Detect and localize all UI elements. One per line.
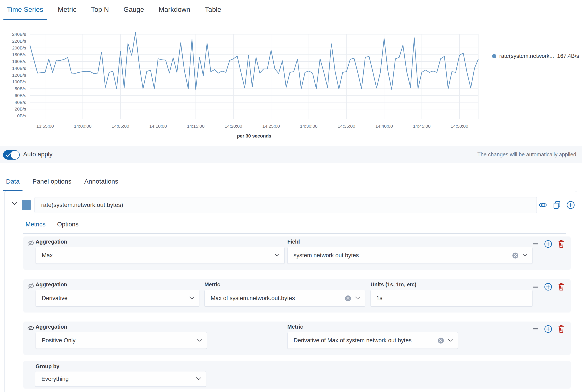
tab-markdown[interactable]: Markdown: [155, 0, 194, 20]
editor-tab-bar: Data Panel options Annotations: [0, 163, 582, 191]
group-by-select[interactable]: Everything: [35, 371, 206, 387]
tab-metrics[interactable]: Metrics: [23, 218, 48, 234]
y-axis-label: 40B/s: [15, 100, 26, 105]
x-axis-label: 14:50:00: [451, 124, 468, 128]
auto-apply-bar: Auto apply The changes will be automatic…: [0, 146, 582, 164]
tab-metric[interactable]: Metric: [55, 0, 80, 20]
eye-icon[interactable]: [27, 324, 35, 332]
copy-icon[interactable]: [553, 201, 561, 209]
metric-value: Max of system.network.out.bytes: [211, 295, 295, 302]
add-metric-icon[interactable]: [544, 283, 552, 291]
y-axis-label: 240B/s: [12, 32, 26, 37]
y-axis-label: 80B/s: [15, 86, 26, 91]
field-value: system.network.out.bytes: [294, 252, 359, 259]
metric-row-derivative: Aggregation Derivative Metric Max of sys…: [23, 279, 571, 312]
legend-series-value: 167.4B/s: [557, 53, 579, 59]
clear-field-icon[interactable]: [512, 252, 519, 259]
check-icon: [6, 153, 11, 157]
chevron-down-icon[interactable]: [11, 201, 18, 206]
add-metric-icon[interactable]: [544, 325, 552, 333]
metric-value: Derivative of Max of system.network.out.…: [294, 337, 412, 344]
drag-handle-icon[interactable]: [532, 240, 539, 248]
metric-label: Metric: [204, 282, 220, 288]
toggle-knob: [11, 150, 19, 159]
metric-label: Metric: [287, 324, 303, 330]
x-axis-label: 14:10:00: [149, 124, 167, 128]
tab-top-n[interactable]: Top N: [88, 0, 113, 20]
chevron-down-icon: [522, 254, 527, 257]
add-metric-icon[interactable]: [544, 240, 552, 248]
delete-metric-icon[interactable]: [557, 325, 565, 333]
x-axis-label: 14:25:00: [262, 124, 280, 128]
eye-icon[interactable]: [538, 201, 547, 209]
aggregation-select[interactable]: Derivative: [36, 290, 199, 306]
metric-row-max: Aggregation Max Field system.network.out…: [23, 236, 571, 270]
chevron-down-icon: [275, 254, 280, 257]
aggregation-value: Positive Only: [42, 337, 76, 344]
aggregation-label: Aggregation: [36, 324, 67, 330]
units-label: Units (1s, 1m, etc): [370, 282, 416, 288]
x-axis-label: 14:20:00: [225, 124, 242, 128]
tab-time-series[interactable]: Time Series: [4, 0, 47, 20]
group-by-label: Group by: [36, 363, 59, 370]
x-axis-label: 14:40:00: [375, 124, 393, 128]
x-axis-label: 13:55:00: [36, 124, 54, 128]
legend-item[interactable]: rate(system.network... 167.4B/s: [492, 53, 579, 59]
field-select[interactable]: system.network.out.bytes: [287, 247, 532, 264]
clear-metric-icon[interactable]: [437, 337, 444, 344]
y-axis-label: 0B/s: [17, 113, 26, 118]
x-axis-label: 14:15:00: [187, 124, 205, 128]
series-label-input[interactable]: [35, 197, 537, 213]
aggregation-select[interactable]: Positive Only: [36, 332, 207, 349]
eye-slash-icon[interactable]: [27, 240, 35, 247]
series-color-swatch[interactable]: [22, 200, 31, 210]
delete-metric-icon[interactable]: [557, 283, 565, 291]
clear-metric-icon[interactable]: [344, 295, 352, 302]
delete-metric-icon[interactable]: [557, 240, 565, 248]
x-axis-label: 14:05:00: [112, 124, 129, 128]
tab-options[interactable]: Options: [55, 218, 81, 234]
tab-data[interactable]: Data: [3, 174, 23, 191]
time-series-chart: 0B/s20B/s40B/s60B/s80B/s100B/s120B/s140B…: [0, 20, 582, 146]
auto-apply-label: Auto apply: [23, 151, 53, 158]
x-axis-label: 14:30:00: [300, 124, 318, 128]
units-input[interactable]: [370, 290, 532, 306]
aggregation-value: Max: [42, 252, 53, 259]
metric-select[interactable]: Derivative of Max of system.network.out.…: [287, 332, 458, 349]
y-axis-label: 220B/s: [12, 38, 26, 44]
aggregation-value: Derivative: [42, 295, 68, 302]
x-axis-title: per 30 seconds: [237, 133, 271, 138]
add-series-icon[interactable]: [566, 201, 575, 209]
aggregation-label: Aggregation: [36, 282, 67, 288]
y-axis-label: 160B/s: [12, 59, 26, 64]
visualization-tab-bar: Time Series Metric Top N Gauge Markdown …: [0, 0, 582, 20]
series-header: [5, 197, 577, 213]
y-axis-label: 120B/s: [12, 72, 26, 78]
drag-handle-icon[interactable]: [532, 326, 539, 333]
legend-series-label: rate(system.network...: [499, 53, 554, 59]
metric-row-positive-only: Aggregation Positive Only Metric Derivat…: [23, 322, 571, 355]
aggregation-select[interactable]: Max: [36, 247, 285, 264]
y-axis-label: 100B/s: [12, 79, 26, 84]
legend-series-dot: [492, 54, 496, 58]
series-sub-tabs: Metrics Options: [23, 218, 88, 234]
auto-apply-toggle[interactable]: [3, 150, 20, 160]
tab-gauge[interactable]: Gauge: [120, 0, 147, 20]
x-axis-label: 14:00:00: [74, 124, 92, 128]
aggregation-label: Aggregation: [36, 239, 67, 245]
group-by-value: Everything: [41, 376, 69, 382]
y-axis-label: 180B/s: [12, 52, 26, 57]
tabs-divider: [23, 233, 566, 234]
chevron-down-icon: [196, 377, 201, 380]
tab-panel-options[interactable]: Panel options: [29, 174, 74, 191]
chevron-down-icon: [189, 296, 194, 300]
eye-slash-icon[interactable]: [27, 282, 35, 290]
tab-table[interactable]: Table: [201, 0, 225, 20]
y-axis-label: 200B/s: [12, 46, 26, 50]
tab-annotations[interactable]: Annotations: [81, 174, 121, 191]
x-axis-label: 14:35:00: [338, 124, 355, 128]
drag-handle-icon[interactable]: [532, 283, 539, 290]
metric-select[interactable]: Max of system.network.out.bytes: [204, 290, 365, 306]
y-axis-label: 140B/s: [12, 66, 26, 71]
series-editor-card: Metrics Options Aggregation Max Field sy…: [4, 191, 577, 392]
